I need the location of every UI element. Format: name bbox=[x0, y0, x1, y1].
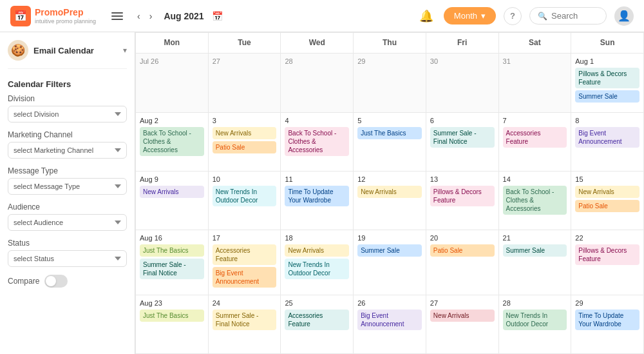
day-cell: 29 bbox=[354, 54, 426, 112]
sidebar: 🍪 Email Calendar ▾ Calendar Filters Divi… bbox=[0, 32, 135, 354]
status-select[interactable]: select Status bbox=[8, 250, 127, 267]
event-pill[interactable]: Pillows & Decors Feature bbox=[430, 186, 495, 206]
event-pill[interactable]: Patio Sale bbox=[213, 141, 277, 153]
event-pill[interactable]: Back To School - Clothes & Accessories bbox=[285, 127, 349, 156]
event-pill[interactable]: Pillows & Decors Feature bbox=[575, 244, 639, 265]
day-number: 10 bbox=[213, 175, 277, 183]
month-view-button[interactable]: Month ▾ bbox=[444, 7, 496, 25]
event-pill[interactable]: Accessories Feature bbox=[503, 127, 567, 148]
day-header-fri: Fri bbox=[426, 33, 499, 54]
hamburger-button[interactable] bbox=[109, 10, 126, 23]
event-pill[interactable]: Just The Basics bbox=[140, 244, 204, 257]
event-pill[interactable]: New Arrivals bbox=[430, 310, 495, 322]
next-month-button[interactable]: › bbox=[146, 8, 156, 24]
day-number: 11 bbox=[285, 175, 349, 183]
day-cell: 14Back To School - Clothes & Accessories bbox=[499, 172, 572, 230]
day-number: 7 bbox=[503, 117, 567, 124]
event-pill[interactable]: Accessories Feature bbox=[285, 310, 349, 330]
event-pill[interactable]: Summer Sale - Final Notice bbox=[140, 259, 204, 279]
event-pill[interactable]: Back To School - Clothes & Accessories bbox=[503, 186, 567, 215]
event-pill[interactable]: Big Event Announcement bbox=[357, 310, 422, 330]
day-number: 27 bbox=[213, 57, 277, 65]
day-number: 19 bbox=[357, 234, 422, 242]
day-number: 20 bbox=[430, 234, 495, 242]
compare-label: Compare bbox=[8, 277, 39, 286]
calendar-icon[interactable]: 📅 bbox=[212, 11, 223, 21]
day-cell: 30 bbox=[426, 54, 499, 112]
event-pill[interactable]: New Arrivals bbox=[213, 127, 277, 139]
division-select[interactable]: select Division bbox=[8, 106, 127, 123]
day-cell: Aug 1Pillows & Decors FeatureSummer Sale bbox=[571, 54, 644, 112]
event-pill[interactable]: New Arrivals bbox=[140, 186, 204, 198]
prev-month-button[interactable]: ‹ bbox=[133, 8, 144, 24]
day-number: 18 bbox=[285, 234, 349, 242]
app-container: 📅 PromoPrep intuitive promo planning ‹ ›… bbox=[0, 0, 644, 354]
day-number: 22 bbox=[575, 234, 639, 242]
event-pill[interactable]: New Arrivals bbox=[575, 186, 639, 198]
sidebar-chevron-icon[interactable]: ▾ bbox=[123, 46, 127, 55]
day-cell: 26Big Event Announcement bbox=[354, 295, 426, 354]
day-number: 24 bbox=[213, 299, 277, 307]
day-cell: 27 bbox=[209, 54, 281, 112]
event-pill[interactable]: New Arrivals bbox=[357, 186, 422, 198]
event-pill[interactable]: Just The Basics bbox=[140, 310, 204, 322]
filters-heading: Calendar Filters bbox=[8, 79, 127, 89]
event-pill[interactable]: Pillows & Decors Feature bbox=[575, 68, 639, 88]
event-pill[interactable]: Back To School - Clothes & Accessories bbox=[140, 127, 204, 156]
search-box: 🔍 bbox=[529, 7, 607, 25]
day-number: 13 bbox=[430, 175, 495, 183]
day-cell: 17Accessories FeatureBig Event Announcem… bbox=[209, 230, 281, 295]
channel-select[interactable]: select Marketing Channel bbox=[8, 142, 127, 159]
status-filter: Status select Status bbox=[8, 239, 127, 267]
event-pill[interactable]: New Trends In Outdoor Decor bbox=[285, 259, 349, 279]
day-cell: 11Time To Update Your Wardrobe bbox=[281, 172, 354, 230]
day-number: 12 bbox=[357, 175, 422, 183]
day-cell: 18New ArrivalsNew Trends In Outdoor Deco… bbox=[281, 230, 354, 295]
event-pill[interactable]: Summer Sale bbox=[575, 90, 639, 103]
msgtype-select[interactable]: select Message Type bbox=[8, 178, 127, 195]
day-number: 27 bbox=[430, 299, 495, 307]
event-pill[interactable]: Just The Basics bbox=[357, 127, 422, 139]
help-button[interactable]: ? bbox=[504, 7, 522, 25]
nav-arrows: ‹ › bbox=[133, 8, 156, 24]
event-pill[interactable]: New Arrivals bbox=[285, 244, 349, 257]
event-pill[interactable]: Summer Sale - Final Notice bbox=[213, 310, 277, 330]
day-number: 6 bbox=[430, 117, 495, 124]
logo-icon: 📅 bbox=[10, 6, 31, 26]
day-number: 15 bbox=[575, 175, 639, 183]
day-cell: 19Summer Sale bbox=[354, 230, 426, 295]
day-number: 8 bbox=[575, 117, 639, 124]
event-pill[interactable]: Time To Update Your Wardrobe bbox=[285, 186, 349, 206]
day-cell: Aug 23Just The Basics bbox=[136, 295, 209, 354]
day-number: Aug 1 bbox=[575, 57, 639, 65]
event-pill[interactable]: Big Event Announcement bbox=[575, 127, 639, 148]
event-pill[interactable]: New Trends In Outdoor Decor bbox=[213, 186, 277, 206]
logo-tagline: intuitive promo planning bbox=[35, 18, 96, 25]
event-pill[interactable]: Summer Sale - Final Notice bbox=[430, 127, 495, 148]
calendar-area: MonTueWedThuFriSatSunJul 262728293031Aug… bbox=[135, 32, 644, 354]
day-cell: 7Accessories Feature bbox=[499, 113, 572, 172]
event-pill[interactable]: Time To Update Your Wardrobe bbox=[575, 310, 639, 330]
event-pill[interactable]: Summer Sale bbox=[503, 244, 567, 257]
day-cell: 3New ArrivalsPatio Sale bbox=[209, 113, 281, 172]
day-cell: Aug 2Back To School - Clothes & Accessor… bbox=[136, 113, 209, 172]
audience-filter: Audience select Audience bbox=[8, 202, 127, 231]
day-number: 25 bbox=[285, 299, 349, 307]
event-pill[interactable]: Patio Sale bbox=[430, 244, 495, 257]
event-pill[interactable]: Accessories Feature bbox=[213, 244, 277, 265]
compare-toggle[interactable] bbox=[44, 275, 68, 288]
day-header-mon: Mon bbox=[136, 33, 209, 54]
search-input[interactable] bbox=[551, 11, 596, 21]
day-number: Aug 23 bbox=[140, 299, 204, 307]
event-pill[interactable]: New Trends In Outdoor Decor bbox=[503, 310, 567, 330]
event-pill[interactable]: Patio Sale bbox=[575, 200, 639, 212]
event-pill[interactable]: Big Event Announcement bbox=[213, 267, 277, 288]
notification-button[interactable]: 🔔 bbox=[417, 6, 436, 26]
day-cell: 21Summer Sale bbox=[499, 230, 572, 295]
event-pill[interactable]: Summer Sale bbox=[357, 244, 422, 257]
compare-row: Compare bbox=[8, 275, 127, 288]
audience-select[interactable]: select Audience bbox=[8, 214, 127, 231]
user-avatar[interactable]: 👤 bbox=[614, 6, 634, 26]
day-cell: 27New Arrivals bbox=[426, 295, 499, 354]
day-header-sat: Sat bbox=[499, 33, 572, 54]
